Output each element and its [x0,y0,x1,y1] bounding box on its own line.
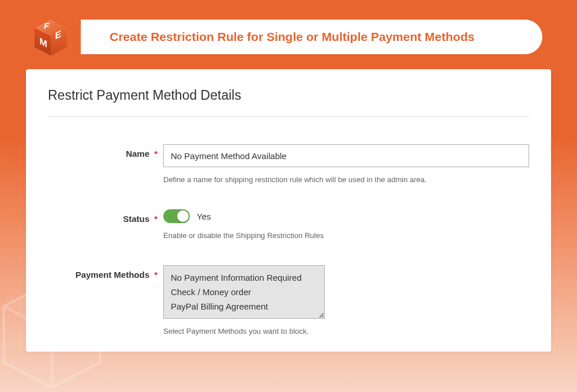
row-name: Name * Define a name for shipping restri… [48,144,529,184]
payment-methods-multiselect[interactable]: No Payment Information Required Check / … [163,265,325,319]
label-status: Status * [48,209,163,224]
label-name: Name * [48,144,163,159]
fme-logo: F M E [28,15,74,61]
help-payment-methods: Select Payment Methods you want to block… [163,327,529,336]
payment-method-option[interactable]: PayPal Billing Agreement [164,299,324,314]
panel-title: Restrict Payment Method Details [48,88,529,103]
row-payment-methods: Payment Methods * No Payment Information… [48,265,529,336]
required-mark: * [154,270,158,280]
help-name: Define a name for shipping restriction r… [163,175,529,184]
divider [48,116,529,116]
status-toggle[interactable] [163,209,190,223]
toggle-knob [177,210,189,222]
required-mark: * [154,149,158,159]
required-mark: * [154,214,158,224]
row-status: Status * Yes Enable or disable the Shipp… [48,209,529,240]
help-status: Enable or disable the Shipping Restricti… [163,231,529,240]
background-cube-icon [0,271,115,392]
page-title: Create Restriction Rule for Single or Mu… [110,30,474,44]
payment-method-option[interactable]: Check / Money order [164,285,324,299]
page-header: Create Restriction Rule for Single or Mu… [81,20,542,54]
payment-method-option[interactable]: No Payment Information Required [164,270,324,285]
name-input[interactable] [163,144,529,167]
status-value-text: Yes [197,212,211,221]
resize-handle-icon [317,311,323,317]
